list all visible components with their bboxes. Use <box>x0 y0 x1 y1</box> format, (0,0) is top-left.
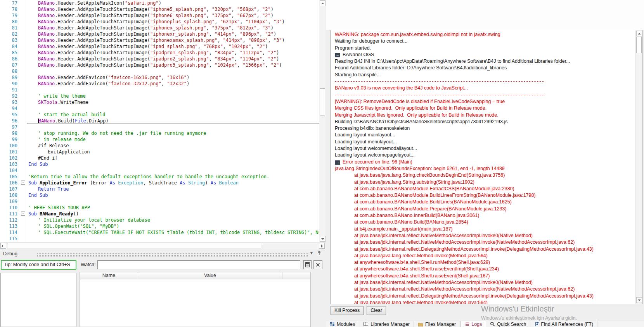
code-line[interactable]: 106-Sub Application_Error (Error As Exce… <box>0 180 319 186</box>
editor-vertical-scrollbar[interactable] <box>319 0 325 242</box>
line-number: 108 <box>0 192 20 198</box>
fold-gutter <box>20 143 27 149</box>
code-line[interactable]: 97 <box>0 124 319 130</box>
log-line: Found Additional Libraries folder: D:\An… <box>335 65 634 71</box>
log-line: java.lang.StringIndexOutOfBoundsExceptio… <box>335 165 634 172</box>
scroll-left-icon[interactable] <box>0 243 6 249</box>
code-line[interactable]: 96BANano.Build(File.DirApp) <box>0 118 319 124</box>
watch-table[interactable]: Name Value <box>80 272 311 327</box>
code-line[interactable]: 114' SQL.ExecuteWait("CREATE TABLE IF NO… <box>0 229 319 236</box>
code-line[interactable]: 111-Sub BANano_Ready() <box>0 211 319 217</box>
log-line: [WARNING]: RemoveDeadCode is disabled if… <box>335 98 634 105</box>
code-text <box>27 105 319 112</box>
tab-modules[interactable]: Modules <box>326 321 359 327</box>
log-line: Merging Javascript files ignored. Only a… <box>335 112 634 119</box>
tab-quick-search[interactable]: Quick Search <box>486 321 530 327</box>
logs-pane: WARNING: package com.sun.javafx.embed.sw… <box>326 0 644 327</box>
fold-gutter <box>20 43 27 50</box>
code-line[interactable]: 79BANano.Header.AddAppleTouchStartupImag… <box>0 12 319 19</box>
code-line[interactable]: 103End Sub <box>0 161 319 167</box>
column-header-filler <box>282 272 310 279</box>
code-text: End Sub <box>27 192 319 198</box>
code-line[interactable]: 81BANano.Header.AddAppleTouchStartupImag… <box>0 25 319 31</box>
debug-variables-list[interactable] <box>0 273 76 327</box>
tab-files-manager[interactable]: Files Manager <box>414 321 460 327</box>
column-header-name[interactable]: Name <box>80 272 138 279</box>
code-line[interactable]: 92' write the theme <box>0 93 319 99</box>
code-line[interactable]: 86BANano.Header.AddAppleTouchStartupImag… <box>0 56 319 62</box>
clear-logs-button[interactable]: Clear <box>367 306 386 315</box>
scroll-down-icon[interactable] <box>320 236 325 242</box>
logs-vertical-scrollbar[interactable] <box>635 30 642 304</box>
code-line[interactable]: 102#End if <box>0 155 319 161</box>
chevron-down-icon[interactable]: ▾ <box>308 250 315 256</box>
code-line[interactable]: 113' SQL.OpenWait("SQL", "MyDB") <box>0 223 319 229</box>
log-line: at anywheresoftware.b4a.shell.Shell.rais… <box>335 273 634 279</box>
log-text: Reading B4J INI in C:\Users\pc\AppData\R… <box>335 59 570 64</box>
fold-gutter <box>20 124 27 130</box>
code-line[interactable]: 115 <box>0 236 319 242</box>
code-text: BANano.Header.AddFavicon("favicon-16x16.… <box>27 74 319 81</box>
code-line[interactable]: 91 <box>0 87 319 93</box>
horizontal-scroll-thumb[interactable] <box>7 243 261 248</box>
vertical-scroll-thumb[interactable] <box>320 88 325 115</box>
scroll-up-icon[interactable] <box>320 0 325 6</box>
code-line[interactable]: 112' Initialize your local browser datab… <box>0 217 319 223</box>
editor-horizontal-scrollbar[interactable] <box>0 242 325 249</box>
collapse-icon[interactable]: - <box>21 212 25 216</box>
log-text: at com.ab.banano.BANano.InnerBuild(BANan… <box>335 212 479 219</box>
line-number: 111 <box>0 211 20 217</box>
log-line: ----------------------------------------… <box>335 78 634 85</box>
code-line[interactable]: 82BANano.Header.AddAppleTouchStartupImag… <box>0 31 319 37</box>
column-header-value[interactable]: Value <box>138 272 282 279</box>
log-line: at java.base/java.lang.reflect.Method.in… <box>335 253 634 259</box>
tab-logs[interactable]: Logs <box>460 321 486 327</box>
tab-find-all-references-f7[interactable]: Find All References (F7) <box>530 321 597 327</box>
code-line[interactable]: 85BANano.Header.AddAppleTouchStartupImag… <box>0 50 319 56</box>
code-line[interactable]: 98' stop running. We do not need the .ja… <box>0 130 319 136</box>
kill-process-button[interactable]: Kill Process <box>331 306 364 315</box>
code-line[interactable]: 90BANano.Header.AddFavicon("favicon-32x3… <box>0 81 319 87</box>
code-line[interactable]: 100#if Release <box>0 143 319 149</box>
logs-scroll-thumb[interactable] <box>636 37 642 53</box>
code-text: BANano.Header.AddAppleTouchStartupImage(… <box>27 12 319 19</box>
scroll-right-icon[interactable] <box>319 243 325 249</box>
code-line[interactable]: 84BANano.Header.AddAppleTouchStartupImag… <box>0 43 319 50</box>
code-line[interactable]: 99' in release mode <box>0 136 319 143</box>
code-line[interactable]: 89BANano.Header.AddFavicon("favicon-16x1… <box>0 74 319 81</box>
code-line[interactable]: 80BANano.Header.AddAppleTouchStartupImag… <box>0 19 319 25</box>
line-number: 89 <box>0 74 20 81</box>
code-line[interactable]: 107Return True <box>0 186 319 192</box>
code-line[interactable]: 108End Sub <box>0 192 319 198</box>
tab-label: Modules <box>337 322 355 327</box>
collapse-icon[interactable]: - <box>21 181 25 185</box>
code-line[interactable]: 78BANano.Header.AddAppleTouchStartupImag… <box>0 6 319 12</box>
code-line[interactable]: 110' HERE STARTS YOUR APP <box>0 205 319 211</box>
calculator-icon[interactable] <box>303 260 312 269</box>
code-line[interactable]: 77BANano.Header.SetAppleMaskIcon("safari… <box>0 0 319 6</box>
code-line[interactable]: 109 <box>0 198 319 205</box>
code-line[interactable]: 87BANano.Header.AddAppleTouchStartupImag… <box>0 62 319 68</box>
code-line[interactable]: 83BANano.Header.AddAppleTouchStartupImag… <box>0 37 319 43</box>
watch-input[interactable] <box>97 260 300 269</box>
log-text: BANanoLOGS <box>343 52 374 57</box>
scroll-up-icon[interactable] <box>636 31 642 36</box>
tab-libraries-manager[interactable]: Libraries Manager <box>359 321 414 327</box>
scroll-down-icon[interactable] <box>636 297 642 303</box>
code-line[interactable]: 101ExitApplication <box>0 149 319 155</box>
pin-icon[interactable] <box>316 250 322 256</box>
code-line[interactable]: 95' start the actual build <box>0 112 319 118</box>
code-line[interactable]: 104 <box>0 167 319 174</box>
log-line: at com.ab.banano.BANano.Build(BANano.jav… <box>335 219 634 225</box>
code-line[interactable]: 93SKTools.WriteTheme <box>0 99 319 105</box>
clear-watch-icon[interactable] <box>313 260 322 269</box>
code-line[interactable]: 105'Return true to allow the default exc… <box>0 174 319 180</box>
fold-gutter <box>20 50 27 56</box>
code-line[interactable]: 88 <box>0 68 319 74</box>
log-output-box[interactable]: WARNING: package com.sun.javafx.embed.sw… <box>331 30 642 304</box>
line-number: 85 <box>0 50 20 56</box>
log-text: at com.ab.banano.BANano.Build(BANano.jav… <box>335 219 468 225</box>
code-text: ExitApplication <box>27 149 319 155</box>
code-line[interactable]: 94 <box>0 105 319 112</box>
code-lines[interactable]: 77BANano.Header.SetAppleMaskIcon("safari… <box>0 0 319 242</box>
